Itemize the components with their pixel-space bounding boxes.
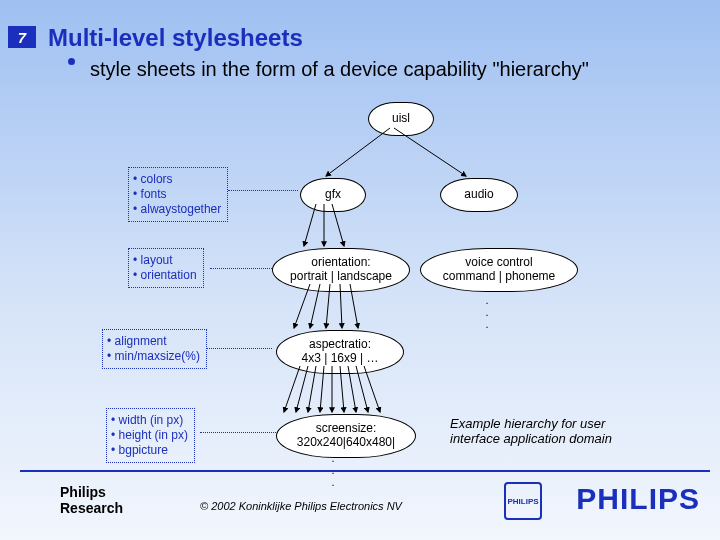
bullet-icon	[68, 58, 75, 65]
annot-item: height (in px)	[111, 428, 188, 443]
node-audio: audio	[440, 178, 518, 212]
philips-logo: PHILIPS	[576, 482, 700, 516]
svg-line-10	[284, 366, 300, 412]
node-screensize: screensize: 320x240|640x480|	[276, 414, 416, 458]
node-gfx: gfx	[300, 178, 366, 212]
annotation-1: colors fonts alwaystogether	[128, 167, 228, 222]
footer-org: Philips Research	[60, 484, 123, 516]
footer-rule	[20, 470, 710, 472]
annot-item: alwaystogether	[133, 202, 221, 217]
annotation-2: layout orientation	[128, 248, 204, 288]
annot-item: fonts	[133, 187, 221, 202]
annot-item: min/maxsize(%)	[107, 349, 200, 364]
connector-dashed	[200, 432, 278, 433]
bullet-text: style sheets in the form of a device cap…	[90, 58, 589, 81]
svg-line-11	[296, 366, 308, 412]
annot-item: width (in px)	[111, 413, 188, 428]
example-caption: Example hierarchy for user interface app…	[450, 416, 612, 446]
annot-item: bgpicture	[111, 443, 188, 458]
annotation-3: alignment min/maxsize(%)	[102, 329, 207, 369]
svg-line-5	[294, 284, 310, 328]
page-title: Multi-level stylesheets	[48, 24, 303, 52]
connector-dashed	[228, 190, 298, 191]
annot-item: colors	[133, 172, 221, 187]
annot-item: layout	[133, 253, 197, 268]
footer-copyright: © 2002 Koninklijke Philips Electronics N…	[200, 500, 402, 512]
svg-line-0	[326, 128, 390, 176]
node-root: uisl	[368, 102, 434, 136]
node-voice: voice control command | phoneme	[420, 248, 578, 292]
ellipsis-dots: . . .	[482, 294, 492, 330]
annot-item: orientation	[133, 268, 197, 283]
svg-line-2	[304, 204, 316, 246]
philips-shield-icon: PHILIPS	[504, 482, 542, 520]
annot-item: alignment	[107, 334, 200, 349]
node-aspect: aspectratio: 4x3 | 16x9 | …	[276, 330, 404, 374]
annotation-4: width (in px) height (in px) bgpicture	[106, 408, 195, 463]
connector-dashed	[206, 348, 272, 349]
connector-dashed	[210, 268, 280, 269]
slide-number: 7	[8, 26, 36, 48]
node-orientation: orientation: portrait | landscape	[272, 248, 410, 292]
